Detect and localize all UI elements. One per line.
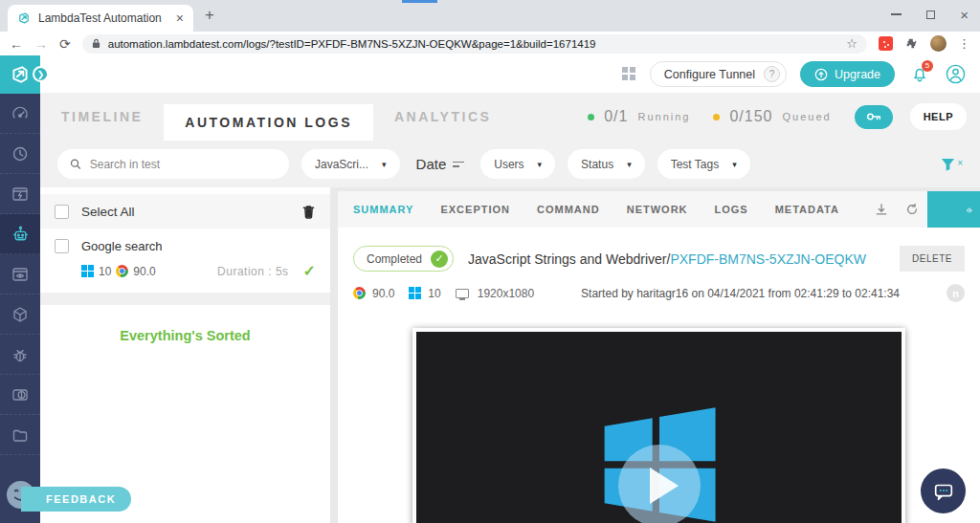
started-info: Started by haritagr16 on 04/14/2021 from… [581,287,900,300]
upgrade-button[interactable]: Upgrade [800,61,895,87]
tab-close-icon[interactable]: × [176,11,184,25]
sidebar-item-bug-tracker[interactable] [0,335,40,375]
configure-tunnel-button[interactable]: Configure Tunnel ? [650,61,787,87]
detail-tabs-row: SUMMARY EXCEPTION COMMAND NETWORK LOGS M… [338,191,980,228]
users-label: Users [494,158,523,171]
users-dropdown[interactable]: Users ▾ [480,149,555,179]
forward-icon[interactable]: → [34,36,48,52]
tab-automation-logs[interactable]: AUTOMATION LOGS [164,104,373,141]
extension-icon-red[interactable] [879,36,893,51]
framework-value: JavaScri... [315,158,368,171]
sidebar-item-projects[interactable] [0,415,40,455]
profile-icon[interactable] [945,63,967,85]
browser-eye-icon [11,265,30,284]
test-meta-row: 90.0 10 1920x1080 Started by haritagr16 … [338,272,980,302]
sort-lines-icon [453,162,464,167]
sidebar-item-speed-test[interactable] [0,174,40,214]
notifications-button[interactable]: 5 [908,63,931,86]
search-box[interactable] [57,149,289,179]
completed-check-icon: ✓ [431,251,448,268]
tab-timeline[interactable]: TIMELINE [40,93,164,141]
key-icon [865,111,882,122]
contrast-display-icon [11,385,30,404]
access-key-button[interactable] [855,105,893,129]
tunnel-help-icon[interactable]: ? [764,66,780,82]
reload-icon[interactable]: ⟳ [59,36,71,52]
test-id-link[interactable]: PXFDF-BM7NS-5XZJN-OEQKW [670,251,866,267]
chat-support-button[interactable] [921,469,966,513]
chrome-icon [353,287,366,299]
windows-icon [409,287,421,299]
speedometer-icon [11,104,30,123]
new-tab-button[interactable]: + [205,7,214,23]
download-button[interactable] [875,203,888,216]
select-all-label: Select All [81,205,135,219]
trash-icon [301,204,316,219]
lock-icon [92,38,100,49]
notification-count-badge: 5 [922,60,933,72]
chrome-icon [116,265,128,277]
play-icon [650,468,679,504]
detail-tab-exception[interactable]: EXCEPTION [440,204,529,215]
browser-menu-icon[interactable]: ⋮ [958,37,970,50]
search-input[interactable] [90,158,277,171]
sidebar-item-resolution[interactable] [0,375,40,415]
test-list-item[interactable]: Google search 10 90.0 Duration : 5s ✓ [40,229,330,293]
upgrade-label: Upgrade [835,68,880,81]
refresh-button[interactable] [905,203,919,216]
app-sidebar: ❯ [0,55,40,523]
test-duration: Duration : 5s [217,265,289,278]
minimize-icon[interactable] [891,13,902,15]
detail-tab-metadata[interactable]: METADATA [775,204,858,215]
robot-icon [11,224,31,244]
create-issue-bug-icon [966,204,973,216]
lambdatest-logo-icon [10,64,31,85]
delete-selected-button[interactable] [301,204,316,219]
detail-tab-command[interactable]: COMMAND [537,204,619,215]
sidebar-item-packages[interactable] [0,294,40,335]
sidebar-item-speed-dashboard[interactable] [0,94,40,134]
maximize-icon[interactable] [926,11,935,19]
sidebar-expand-icon[interactable]: ❯ [33,66,49,82]
monitor-icon [456,289,469,298]
detail-tab-network[interactable]: NETWORK [627,204,707,215]
date-sort-control[interactable]: Date [412,156,469,172]
sidebar-item-automation[interactable] [0,214,40,254]
apps-grid-icon[interactable] [622,67,636,81]
window-close-icon[interactable]: × [960,8,969,22]
clear-filters-button[interactable]: × [941,158,963,171]
detail-tab-logs[interactable]: LOGS [715,204,768,215]
queued-value: 0/150 [729,108,772,125]
status-dropdown[interactable]: Status ▾ [568,149,645,179]
address-bar[interactable]: automation.lambdatest.com/logs/?testID=P… [82,34,867,54]
browser-profile-avatar[interactable] [930,35,947,52]
upgrade-arrow-icon [814,68,828,81]
sidebar-item-visual-ui[interactable] [0,254,40,294]
test-item-checkbox[interactable] [55,239,69,253]
tab-analytics[interactable]: ANALYTICS [373,93,512,141]
test-video-player[interactable] [416,332,902,523]
play-button[interactable] [618,445,701,523]
select-all-checkbox[interactable] [55,205,69,219]
detail-browser-version: 90.0 [372,287,394,300]
browser-version: 90.0 [133,265,155,278]
create-issue-button[interactable]: Create Issue [927,191,980,228]
puzzle-extensions-icon[interactable] [904,36,919,51]
feedback-button[interactable]: FEEDBACK [21,487,131,512]
help-button[interactable]: HELP [910,103,967,130]
folder-icon [11,425,30,445]
framework-dropdown[interactable]: JavaScri... ▾ [301,149,400,179]
passed-check-icon: ✓ [303,262,316,280]
browser-lightning-icon [11,185,30,204]
queued-label: Queued [783,111,832,122]
lambdatest-logo[interactable]: ❯ [0,55,40,94]
run-status-area: 0/1 Running 0/150 Queued HELP [588,93,980,141]
back-icon[interactable]: ← [10,36,23,52]
detail-tab-summary[interactable]: SUMMARY [353,204,433,215]
browser-tab-active[interactable]: LambdaTest Automation × [8,5,193,32]
sidebar-item-history[interactable] [0,134,40,174]
bookmark-star-icon[interactable]: ☆ [846,36,858,51]
delete-test-button[interactable]: DELETE [900,246,965,272]
content-area: Select All Google search 10 90.0 Duratio… [40,187,980,523]
test-tags-dropdown[interactable]: Test Tags ▾ [657,149,750,179]
